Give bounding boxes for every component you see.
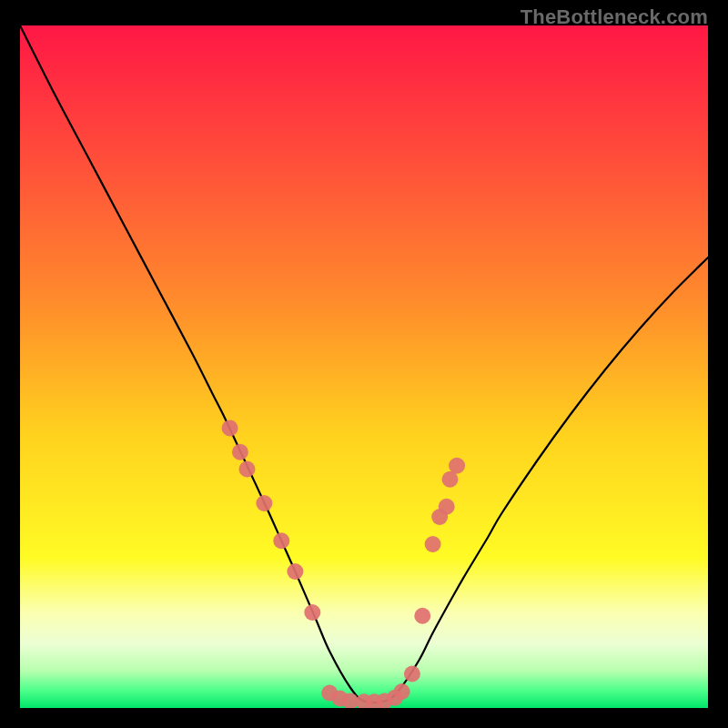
marker-point <box>273 532 289 549</box>
marker-point <box>232 444 248 460</box>
marker-point <box>222 420 238 437</box>
marker-point <box>394 683 410 700</box>
marker-point <box>439 499 455 515</box>
marker-point <box>304 604 320 621</box>
chart-frame <box>20 25 708 708</box>
marker-point <box>449 458 465 474</box>
marker-point <box>238 461 255 478</box>
marker-point <box>414 608 430 624</box>
gradient-background <box>20 25 708 708</box>
marker-point <box>287 563 303 580</box>
bottleneck-chart <box>20 25 708 708</box>
marker-point <box>404 666 420 682</box>
marker-point <box>425 536 441 552</box>
marker-point <box>256 495 272 511</box>
